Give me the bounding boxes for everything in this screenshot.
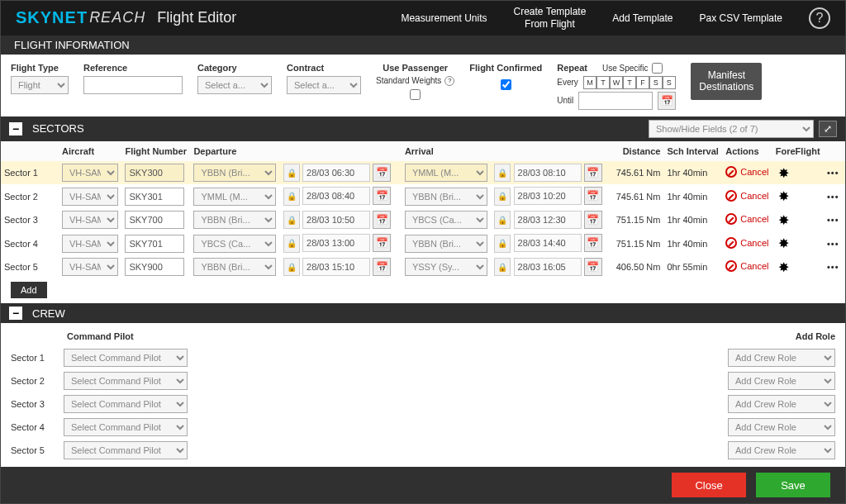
flight-number-input[interactable] [125, 235, 184, 253]
departure-datetime[interactable]: 28/03 13:00 [302, 234, 370, 252]
lock-icon[interactable]: 🔒 [283, 258, 300, 276]
arrival-datetime[interactable]: 28/03 08:10 [514, 164, 582, 182]
departure-loc-select[interactable]: YMML (M... [193, 188, 276, 206]
lock-icon[interactable]: 🔒 [494, 211, 511, 229]
departure-datetime[interactable]: 28/03 10:50 [302, 211, 370, 229]
flight-number-input[interactable] [125, 164, 184, 182]
departure-datetime[interactable]: 28/03 15:10 [302, 258, 370, 276]
day-tue[interactable]: T [596, 76, 610, 89]
add-sector-button[interactable]: Add [11, 282, 47, 298]
calendar-icon[interactable]: 📅 [373, 211, 391, 229]
help-icon[interactable]: ? [809, 7, 830, 29]
departure-datetime[interactable]: 28/03 08:40 [302, 187, 370, 205]
command-pilot-select[interactable]: Select Command Pilot [64, 418, 188, 436]
calendar-icon[interactable]: 📅 [373, 258, 391, 276]
foreflight-icon[interactable]: ✸ [776, 165, 792, 181]
lock-icon[interactable]: 🔒 [494, 258, 511, 276]
arrival-datetime[interactable]: 28/03 12:30 [514, 211, 582, 229]
command-pilot-select[interactable]: Select Command Pilot [64, 349, 188, 367]
pax-weights-checkbox[interactable] [410, 89, 421, 100]
aircraft-select[interactable]: VH-SAM [62, 188, 118, 206]
expand-icon[interactable]: ⤢ [819, 121, 837, 137]
arrival-loc-select[interactable]: YBBN (Bri... [405, 235, 487, 253]
lock-icon[interactable]: 🔒 [283, 235, 300, 253]
arrival-datetime[interactable]: 28/03 14:40 [514, 234, 582, 252]
aircraft-select[interactable]: VH-SAM [62, 211, 118, 229]
more-actions-icon[interactable]: ••• [827, 192, 839, 202]
use-specific-checkbox[interactable] [652, 63, 663, 74]
add-crew-role-select[interactable]: Add Crew Role [728, 349, 835, 367]
departure-loc-select[interactable]: YBBN (Bri... [193, 164, 276, 182]
day-sat[interactable]: S [649, 76, 663, 89]
reference-input[interactable] [83, 76, 183, 94]
lock-icon[interactable]: 🔒 [494, 164, 511, 182]
lock-icon[interactable]: 🔒 [283, 164, 300, 182]
flight-number-input[interactable] [125, 211, 184, 229]
menu-add-template[interactable]: Add Template [612, 12, 673, 24]
calendar-icon[interactable]: 📅 [373, 164, 391, 182]
collapse-sectors-icon[interactable]: − [9, 122, 22, 136]
showhide-fields-select[interactable]: Show/Hide Fields (2 of 7) [649, 120, 814, 138]
departure-loc-select[interactable]: YBCS (Ca... [193, 235, 276, 253]
lock-icon[interactable]: 🔒 [283, 188, 300, 206]
close-button[interactable]: Close [672, 473, 746, 497]
day-fri[interactable]: F [636, 76, 649, 89]
save-button[interactable]: Save [756, 473, 830, 497]
calendar-icon[interactable]: 📅 [584, 211, 602, 229]
arrival-datetime[interactable]: 28/03 16:05 [514, 258, 582, 276]
calendar-icon[interactable]: 📅 [584, 258, 602, 276]
manifest-destinations-button[interactable]: Manifest Destinations [691, 63, 762, 100]
flight-confirmed-checkbox[interactable] [501, 79, 511, 90]
lock-icon[interactable]: 🔒 [283, 211, 300, 229]
command-pilot-select[interactable]: Select Command Pilot [64, 441, 188, 459]
cancel-action[interactable]: Cancel [725, 190, 768, 202]
more-actions-icon[interactable]: ••• [827, 168, 839, 178]
command-pilot-select[interactable]: Select Command Pilot [64, 395, 188, 413]
add-crew-role-select[interactable]: Add Crew Role [728, 418, 835, 436]
departure-loc-select[interactable]: YBBN (Bri... [193, 258, 276, 276]
add-crew-role-select[interactable]: Add Crew Role [728, 372, 835, 390]
contract-select[interactable]: Select a... [287, 76, 361, 94]
foreflight-icon[interactable]: ✸ [776, 188, 792, 204]
more-actions-icon[interactable]: ••• [827, 215, 839, 225]
day-wed[interactable]: W [610, 76, 623, 89]
arrival-loc-select[interactable]: YBBN (Bri... [405, 188, 487, 206]
info-icon[interactable]: ? [444, 76, 454, 86]
calendar-icon[interactable]: 📅 [584, 164, 602, 182]
menu-create-template-from-flight[interactable]: Create Template From Flight [514, 6, 587, 30]
aircraft-select[interactable]: VH-SAM [62, 164, 118, 182]
arrival-loc-select[interactable]: YBCS (Ca... [405, 211, 487, 229]
flight-type-select[interactable]: Flight [11, 76, 69, 94]
add-crew-role-select[interactable]: Add Crew Role [728, 441, 835, 459]
departure-loc-select[interactable]: YBBN (Bri... [193, 211, 276, 229]
day-sun[interactable]: S [663, 76, 676, 89]
add-crew-role-select[interactable]: Add Crew Role [728, 395, 835, 413]
lock-icon[interactable]: 🔒 [494, 188, 511, 206]
aircraft-select[interactable]: VH-SAM [62, 258, 118, 276]
menu-pax-csv-template[interactable]: Pax CSV Template [700, 12, 783, 24]
calendar-icon[interactable]: 📅 [584, 234, 602, 252]
lock-icon[interactable]: 🔒 [494, 235, 511, 253]
cancel-action[interactable]: Cancel [725, 237, 768, 249]
collapse-crew-icon[interactable]: − [9, 307, 22, 320]
calendar-icon[interactable]: 📅 [373, 187, 391, 205]
category-select[interactable]: Select a... [197, 76, 272, 94]
foreflight-icon[interactable]: ✸ [776, 235, 792, 251]
cancel-action[interactable]: Cancel [725, 213, 768, 225]
aircraft-select[interactable]: VH-SAM [62, 235, 118, 253]
cancel-action[interactable]: Cancel [725, 166, 768, 178]
calendar-icon[interactable]: 📅 [584, 187, 602, 205]
calendar-icon[interactable]: 📅 [658, 92, 676, 110]
foreflight-icon[interactable]: ✸ [776, 212, 792, 228]
arrival-loc-select[interactable]: YSSY (Sy... [405, 258, 487, 276]
arrival-datetime[interactable]: 28/03 10:20 [514, 187, 582, 205]
flight-number-input[interactable] [125, 188, 184, 206]
day-thu[interactable]: T [623, 76, 636, 89]
more-actions-icon[interactable]: ••• [827, 262, 839, 272]
cancel-action[interactable]: Cancel [725, 260, 768, 272]
menu-measurement-units[interactable]: Measurement Units [401, 12, 487, 24]
calendar-icon[interactable]: 📅 [373, 234, 391, 252]
more-actions-icon[interactable]: ••• [827, 239, 839, 249]
day-mon[interactable]: M [583, 76, 596, 89]
departure-datetime[interactable]: 28/03 06:30 [302, 164, 370, 182]
